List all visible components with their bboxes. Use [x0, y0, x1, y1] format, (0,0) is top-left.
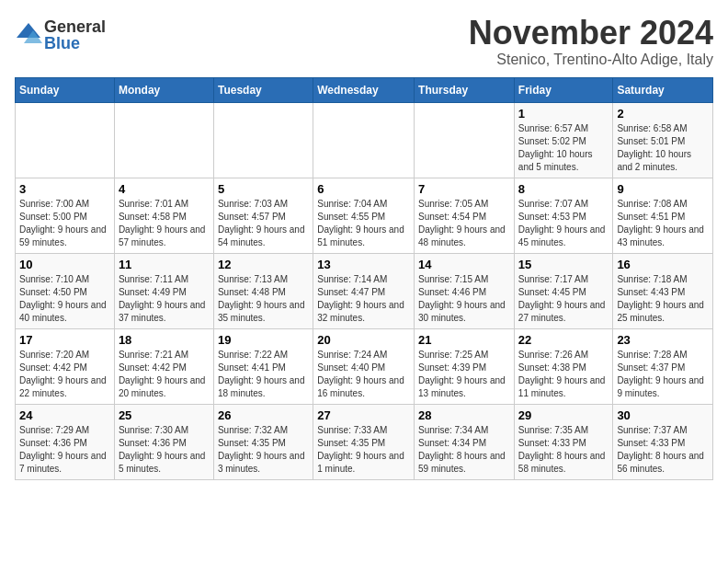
day-info: Sunrise: 7:05 AMSunset: 4:54 PMDaylight:… [418, 199, 506, 247]
day-number: 7 [418, 182, 510, 196]
day-info: Sunrise: 7:24 AMSunset: 4:40 PMDaylight:… [317, 350, 404, 398]
day-cell: 9Sunrise: 7:08 AMSunset: 4:51 PMDaylight… [613, 178, 713, 253]
day-cell: 25Sunrise: 7:30 AMSunset: 4:36 PMDayligh… [114, 404, 213, 479]
day-number: 12 [218, 258, 309, 271]
subtitle: Stenico, Trentino-Alto Adige, Italy [469, 52, 713, 68]
day-cell: 1Sunrise: 6:57 AMSunset: 5:02 PMDaylight… [514, 102, 613, 178]
day-number: 10 [19, 258, 110, 271]
day-info: Sunrise: 6:58 AMSunset: 5:01 PMDaylight:… [617, 123, 691, 172]
week-row-3: 10Sunrise: 7:10 AMSunset: 4:50 PMDayligh… [16, 253, 713, 328]
day-info: Sunrise: 7:15 AMSunset: 4:46 PMDaylight:… [418, 274, 506, 323]
day-info: Sunrise: 7:28 AMSunset: 4:37 PMDaylight:… [617, 350, 704, 398]
day-cell: 19Sunrise: 7:22 AMSunset: 4:41 PMDayligh… [213, 328, 313, 404]
day-cell: 23Sunrise: 7:28 AMSunset: 4:37 PMDayligh… [613, 328, 713, 404]
day-cell: 8Sunrise: 7:07 AMSunset: 4:53 PMDaylight… [514, 178, 613, 253]
day-number: 15 [518, 258, 609, 271]
day-number: 25 [119, 408, 210, 422]
day-info: Sunrise: 7:18 AMSunset: 4:43 PMDaylight:… [617, 274, 704, 323]
calendar-header: SundayMondayTuesdayWednesdayThursdayFrid… [16, 77, 713, 102]
day-cell: 14Sunrise: 7:15 AMSunset: 4:46 PMDayligh… [415, 253, 515, 328]
day-cell: 7Sunrise: 7:05 AMSunset: 4:54 PMDaylight… [415, 178, 515, 253]
logo-icon [15, 21, 42, 49]
header: General Blue November 2024 Stenico, Tren… [15, 15, 713, 68]
day-number: 9 [617, 182, 709, 196]
day-info: Sunrise: 7:29 AMSunset: 4:36 PMDaylight:… [19, 425, 107, 474]
week-row-1: 1Sunrise: 6:57 AMSunset: 5:02 PMDaylight… [16, 102, 713, 178]
day-number: 22 [518, 333, 609, 347]
month-title: November 2024 [469, 15, 713, 52]
day-cell: 3Sunrise: 7:00 AMSunset: 5:00 PMDaylight… [16, 178, 115, 253]
day-cell: 24Sunrise: 7:29 AMSunset: 4:36 PMDayligh… [16, 404, 115, 479]
logo: General Blue [15, 18, 106, 52]
svg-marker-0 [17, 23, 40, 38]
header-cell-tuesday: Tuesday [213, 77, 313, 102]
day-cell: 12Sunrise: 7:13 AMSunset: 4:48 PMDayligh… [213, 253, 313, 328]
header-cell-sunday: Sunday [16, 77, 115, 102]
day-cell: 21Sunrise: 7:25 AMSunset: 4:39 PMDayligh… [415, 328, 515, 404]
day-cell: 4Sunrise: 7:01 AMSunset: 4:58 PMDaylight… [114, 178, 213, 253]
day-number: 5 [218, 182, 309, 196]
day-number: 13 [317, 258, 410, 271]
day-number: 14 [418, 258, 510, 271]
day-cell [313, 102, 415, 178]
day-number: 8 [518, 182, 609, 196]
day-number: 11 [119, 258, 210, 271]
day-number: 3 [19, 182, 110, 196]
day-cell [16, 102, 115, 178]
day-number: 21 [418, 333, 510, 347]
day-number: 27 [317, 408, 410, 422]
day-cell: 11Sunrise: 7:11 AMSunset: 4:49 PMDayligh… [114, 253, 213, 328]
day-info: Sunrise: 7:26 AMSunset: 4:38 PMDaylight:… [518, 350, 606, 398]
day-cell: 5Sunrise: 7:03 AMSunset: 4:57 PMDaylight… [213, 178, 313, 253]
day-cell: 15Sunrise: 7:17 AMSunset: 4:45 PMDayligh… [514, 253, 613, 328]
day-info: Sunrise: 7:33 AMSunset: 4:35 PMDaylight:… [317, 425, 404, 474]
header-cell-monday: Monday [114, 77, 213, 102]
day-info: Sunrise: 7:25 AMSunset: 4:39 PMDaylight:… [418, 350, 506, 398]
day-cell: 29Sunrise: 7:35 AMSunset: 4:33 PMDayligh… [514, 404, 613, 479]
day-cell: 22Sunrise: 7:26 AMSunset: 4:38 PMDayligh… [514, 328, 613, 404]
day-cell: 16Sunrise: 7:18 AMSunset: 4:43 PMDayligh… [613, 253, 713, 328]
day-info: Sunrise: 7:01 AMSunset: 4:58 PMDaylight:… [119, 199, 206, 247]
calendar-table: SundayMondayTuesdayWednesdayThursdayFrid… [15, 77, 713, 480]
day-number: 17 [19, 333, 110, 347]
day-number: 6 [317, 182, 410, 196]
day-number: 2 [617, 107, 709, 121]
day-info: Sunrise: 7:10 AMSunset: 4:50 PMDaylight:… [19, 274, 107, 323]
day-info: Sunrise: 6:57 AMSunset: 5:02 PMDaylight:… [518, 123, 593, 172]
day-info: Sunrise: 7:34 AMSunset: 4:34 PMDaylight:… [418, 425, 506, 474]
day-number: 20 [317, 333, 410, 347]
day-cell: 13Sunrise: 7:14 AMSunset: 4:47 PMDayligh… [313, 253, 415, 328]
day-info: Sunrise: 7:30 AMSunset: 4:36 PMDaylight:… [119, 425, 206, 474]
title-section: November 2024 Stenico, Trentino-Alto Adi… [469, 15, 713, 68]
day-number: 1 [518, 107, 609, 121]
day-info: Sunrise: 7:35 AMSunset: 4:33 PMDaylight:… [518, 425, 606, 474]
calendar-body: 1Sunrise: 6:57 AMSunset: 5:02 PMDaylight… [16, 102, 713, 479]
day-number: 19 [218, 333, 309, 347]
day-number: 16 [617, 258, 709, 271]
day-number: 23 [617, 333, 709, 347]
day-cell [114, 102, 213, 178]
day-info: Sunrise: 7:08 AMSunset: 4:51 PMDaylight:… [617, 199, 704, 247]
day-info: Sunrise: 7:03 AMSunset: 4:57 PMDaylight:… [218, 199, 305, 247]
header-cell-thursday: Thursday [415, 77, 515, 102]
day-number: 29 [518, 408, 609, 422]
week-row-4: 17Sunrise: 7:20 AMSunset: 4:42 PMDayligh… [16, 328, 713, 404]
day-number: 4 [119, 182, 210, 196]
day-info: Sunrise: 7:00 AMSunset: 5:00 PMDaylight:… [19, 199, 107, 247]
day-number: 30 [617, 408, 709, 422]
logo-blue-text: Blue [44, 35, 106, 52]
day-info: Sunrise: 7:07 AMSunset: 4:53 PMDaylight:… [518, 199, 606, 247]
day-info: Sunrise: 7:17 AMSunset: 4:45 PMDaylight:… [518, 274, 606, 323]
day-cell: 10Sunrise: 7:10 AMSunset: 4:50 PMDayligh… [16, 253, 115, 328]
day-cell: 18Sunrise: 7:21 AMSunset: 4:42 PMDayligh… [114, 328, 213, 404]
day-cell: 17Sunrise: 7:20 AMSunset: 4:42 PMDayligh… [16, 328, 115, 404]
day-cell: 30Sunrise: 7:37 AMSunset: 4:33 PMDayligh… [613, 404, 713, 479]
header-cell-saturday: Saturday [613, 77, 713, 102]
logo-general-text: General [44, 18, 106, 35]
day-info: Sunrise: 7:14 AMSunset: 4:47 PMDaylight:… [317, 274, 404, 323]
day-info: Sunrise: 7:32 AMSunset: 4:35 PMDaylight:… [218, 425, 305, 474]
day-cell: 27Sunrise: 7:33 AMSunset: 4:35 PMDayligh… [313, 404, 415, 479]
header-row: SundayMondayTuesdayWednesdayThursdayFrid… [16, 77, 713, 102]
header-cell-wednesday: Wednesday [313, 77, 415, 102]
day-number: 28 [418, 408, 510, 422]
